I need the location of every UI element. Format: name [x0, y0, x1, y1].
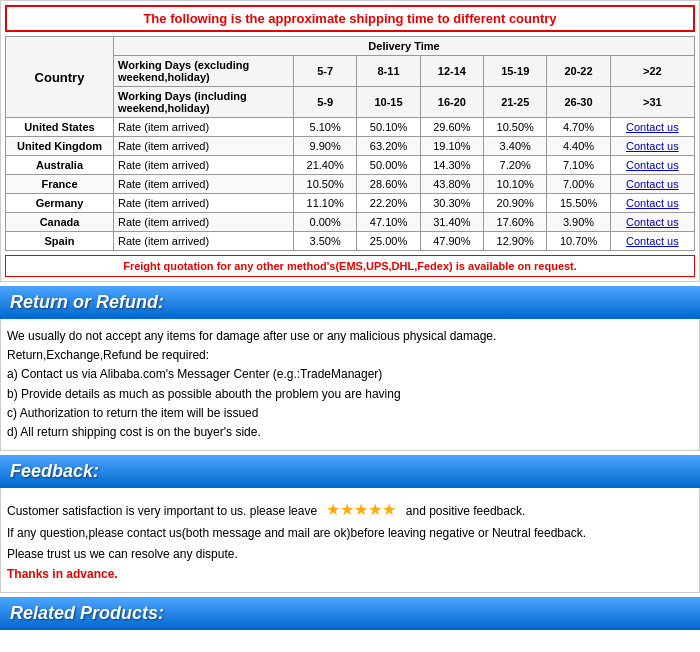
country-cell: Australia [6, 156, 114, 175]
feedback-line3: Please trust us we can resolve any dispu… [7, 544, 693, 564]
col-incl-1: 5-9 [294, 87, 357, 118]
working-days-incl-header: Working Days (including weekend,holiday) [114, 87, 294, 118]
country-cell: Canada [6, 213, 114, 232]
col-incl-6: >31 [610, 87, 694, 118]
table-row: GermanyRate (item arrived)11.10%22.20%30… [6, 194, 695, 213]
desc-cell: Rate (item arrived) [114, 232, 294, 251]
value-cell[interactable]: Contact us [610, 156, 694, 175]
country-column-header: Country [6, 37, 114, 118]
contact-us-link[interactable]: Contact us [626, 159, 679, 171]
value-cell: 29.60% [420, 118, 483, 137]
return-text: We usually do not accept any items for d… [7, 327, 693, 442]
col-excl-4: 15-19 [484, 56, 547, 87]
feedback-thanks: Thanks in advance. [7, 564, 693, 584]
col-excl-5: 20-22 [547, 56, 610, 87]
value-cell: 20.90% [484, 194, 547, 213]
country-cell: United Kingdom [6, 137, 114, 156]
contact-us-link[interactable]: Contact us [626, 140, 679, 152]
country-cell: Spain [6, 232, 114, 251]
value-cell: 3.40% [484, 137, 547, 156]
shipping-title: The following is the approximate shippin… [5, 5, 695, 32]
return-line: a) Contact us via Alibaba.com's Messager… [7, 365, 693, 384]
related-header-text: Related Products: [10, 603, 164, 623]
freight-note: Freight quotation for any other method's… [5, 255, 695, 277]
shipping-section: The following is the approximate shippin… [0, 0, 700, 282]
return-line: We usually do not accept any items for d… [7, 327, 693, 346]
shipping-table: Country Delivery Time Working Days (excl… [5, 36, 695, 251]
value-cell: 15.50% [547, 194, 610, 213]
feedback-line2: If any question,please contact us(both m… [7, 523, 693, 543]
feedback-section: Customer satisfaction is very important … [0, 488, 700, 593]
delivery-time-header: Delivery Time [114, 37, 695, 56]
value-cell: 14.30% [420, 156, 483, 175]
feedback-post: and positive feedback. [406, 504, 525, 518]
value-cell[interactable]: Contact us [610, 118, 694, 137]
value-cell[interactable]: Contact us [610, 194, 694, 213]
value-cell: 28.60% [357, 175, 420, 194]
value-cell: 7.10% [547, 156, 610, 175]
value-cell: 50.00% [357, 156, 420, 175]
value-cell: 17.60% [484, 213, 547, 232]
value-cell: 11.10% [294, 194, 357, 213]
col-incl-4: 21-25 [484, 87, 547, 118]
value-cell[interactable]: Contact us [610, 213, 694, 232]
table-row: AustraliaRate (item arrived)21.40%50.00%… [6, 156, 695, 175]
value-cell: 30.30% [420, 194, 483, 213]
feedback-text: Customer satisfaction is very important … [7, 496, 693, 584]
contact-us-link[interactable]: Contact us [626, 235, 679, 247]
value-cell: 12.90% [484, 232, 547, 251]
value-cell: 21.40% [294, 156, 357, 175]
value-cell: 7.00% [547, 175, 610, 194]
value-cell[interactable]: Contact us [610, 137, 694, 156]
col-excl-2: 8-11 [357, 56, 420, 87]
return-header-text: Return or Refund: [10, 292, 164, 312]
stars: ★★★★★ [326, 501, 396, 518]
value-cell: 3.50% [294, 232, 357, 251]
working-days-excl-header: Working Days (excluding weekend,holiday) [114, 56, 294, 87]
value-cell: 25.00% [357, 232, 420, 251]
table-row: SpainRate (item arrived)3.50%25.00%47.90… [6, 232, 695, 251]
value-cell: 50.10% [357, 118, 420, 137]
value-cell: 63.20% [357, 137, 420, 156]
value-cell: 10.50% [484, 118, 547, 137]
contact-us-link[interactable]: Contact us [626, 197, 679, 209]
table-row: United KingdomRate (item arrived)9.90%63… [6, 137, 695, 156]
contact-us-link[interactable]: Contact us [626, 121, 679, 133]
feedback-header-section: Feedback: [0, 455, 700, 488]
return-header-section: Return or Refund: [0, 286, 700, 319]
return-section: We usually do not accept any items for d… [0, 319, 700, 451]
col-incl-2: 10-15 [357, 87, 420, 118]
desc-cell: Rate (item arrived) [114, 175, 294, 194]
desc-cell: Rate (item arrived) [114, 137, 294, 156]
country-cell: United States [6, 118, 114, 137]
feedback-line1: Customer satisfaction is very important … [7, 496, 693, 523]
value-cell: 43.80% [420, 175, 483, 194]
country-cell: Germany [6, 194, 114, 213]
value-cell: 7.20% [484, 156, 547, 175]
desc-cell: Rate (item arrived) [114, 156, 294, 175]
value-cell[interactable]: Contact us [610, 232, 694, 251]
col-incl-5: 26-30 [547, 87, 610, 118]
value-cell: 0.00% [294, 213, 357, 232]
value-cell: 4.40% [547, 137, 610, 156]
value-cell: 10.10% [484, 175, 547, 194]
value-cell[interactable]: Contact us [610, 175, 694, 194]
value-cell: 10.50% [294, 175, 357, 194]
col-excl-3: 12-14 [420, 56, 483, 87]
col-incl-3: 16-20 [420, 87, 483, 118]
related-header-section: Related Products: [0, 597, 700, 630]
desc-cell: Rate (item arrived) [114, 118, 294, 137]
contact-us-link[interactable]: Contact us [626, 178, 679, 190]
contact-us-link[interactable]: Contact us [626, 216, 679, 228]
value-cell: 10.70% [547, 232, 610, 251]
value-cell: 31.40% [420, 213, 483, 232]
table-row: CanadaRate (item arrived)0.00%47.10%31.4… [6, 213, 695, 232]
value-cell: 47.90% [420, 232, 483, 251]
feedback-header-text: Feedback: [10, 461, 99, 481]
table-row: FranceRate (item arrived)10.50%28.60%43.… [6, 175, 695, 194]
return-line: c) Authorization to return the item will… [7, 404, 693, 423]
value-cell: 19.10% [420, 137, 483, 156]
value-cell: 3.90% [547, 213, 610, 232]
desc-cell: Rate (item arrived) [114, 213, 294, 232]
col-excl-6: >22 [610, 56, 694, 87]
